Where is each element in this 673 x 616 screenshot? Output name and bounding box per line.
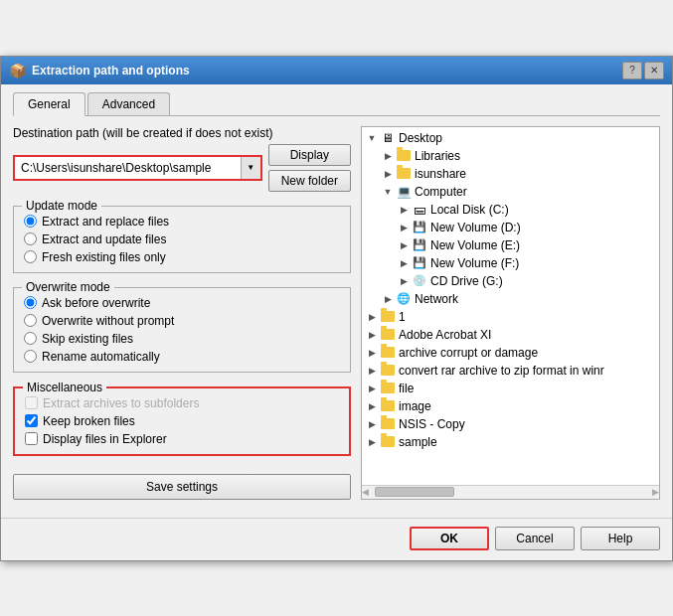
radio-overwrite-no-prompt[interactable]: Overwrite without prompt [24,314,340,328]
computer-icon: 💻 [396,185,412,199]
help-button[interactable]: Help [581,527,660,550]
cancel-button[interactable]: Cancel [495,527,575,550]
dropdown-arrow[interactable]: ▼ [241,157,260,179]
dialog-content: General Advanced Destination path (will … [1,84,672,512]
tree-item[interactable]: ▶ 1 [362,308,659,326]
expander-icon[interactable]: ▶ [364,309,380,325]
radio-skip-existing[interactable]: Skip existing files [24,332,340,346]
radio-skip-existing-input[interactable] [24,332,37,345]
check-keep-broken-input[interactable] [25,414,38,427]
scrollbar-thumb[interactable] [375,487,454,497]
tree-item[interactable]: ▶ 💾 New Volume (F:) [394,254,659,272]
radio-ask-overwrite-input[interactable] [24,296,37,309]
check-extract-subfolders[interactable]: Extract archives to subfolders [25,396,339,410]
radio-extract-update-input[interactable] [24,232,37,245]
tree-label: New Volume (D:) [430,221,521,234]
expander-icon[interactable]: ▶ [364,327,380,343]
drive-f-icon: 💾 [412,256,427,270]
save-settings-button[interactable]: Save settings [13,474,351,500]
update-mode-title: Update mode [22,199,101,213]
tree-item[interactable]: ▶ 💾 New Volume (E:) [394,236,659,254]
title-icon: 📦 [9,63,26,78]
expander-icon[interactable]: ▶ [396,255,412,271]
radio-fresh-existing[interactable]: Fresh existing files only [24,250,340,264]
tree-item[interactable]: ▼ 💻 Computer [378,183,659,201]
radio-fresh-existing-input[interactable] [24,250,37,263]
tree-label: New Volume (F:) [430,256,519,270]
close-title-btn[interactable]: ✕ [644,62,664,79]
btn-group-right: Display New folder [268,144,351,192]
tab-bar: General Advanced [13,92,660,116]
expander-icon[interactable]: ▶ [396,273,412,289]
radio-fresh-existing-label: Fresh existing files only [42,250,166,264]
save-btn-row: Save settings [13,474,351,500]
tree-item[interactable]: ▶ file [362,380,659,397]
network-icon: 🌐 [396,292,412,306]
tree-label: isunshare [415,167,466,181]
tab-advanced[interactable]: Advanced [87,92,170,115]
tree-item[interactable]: ▶ Adobe Acrobat XI [362,326,659,344]
tree-item[interactable]: ▼ 🖥 Desktop [362,129,659,147]
dialog-window: 📦 Extraction path and options ? ✕ Genera… [0,56,673,561]
tree-label: Network [415,292,458,306]
tree-label: sample [399,435,437,449]
expander-icon[interactable]: ▶ [364,363,380,379]
tree-item[interactable]: ▶ 💾 New Volume (D:) [394,219,659,236]
check-display-explorer-input[interactable] [25,432,38,445]
radio-ask-overwrite[interactable]: Ask before overwrite [24,296,340,310]
tree-item[interactable]: ▶ 🖴 Local Disk (C:) [394,201,659,219]
horizontal-scrollbar[interactable]: ◀ ▶ [362,485,659,499]
tree-item[interactable]: ▶ convert rar archive to zip format in w… [362,362,659,380]
check-keep-broken[interactable]: Keep broken files [25,414,339,428]
expander-icon[interactable]: ▶ [396,202,412,218]
drive-e-icon: 💾 [412,238,427,252]
expander-icon[interactable]: ▼ [364,130,380,146]
expander-icon[interactable]: ▶ [380,166,396,182]
display-button[interactable]: Display [268,144,351,166]
radio-extract-replace[interactable]: Extract and replace files [24,215,340,229]
destination-input[interactable] [15,158,241,178]
expander-icon[interactable]: ▼ [380,184,396,200]
help-title-btn[interactable]: ? [622,62,642,79]
expander-icon[interactable]: ▶ [380,148,396,164]
radio-extract-replace-input[interactable] [24,215,37,228]
tree-container[interactable]: ▼ 🖥 Desktop ▶ Libraries ▶ isunsha [362,127,659,485]
expander-icon[interactable]: ▶ [364,416,380,432]
tree-label: archive corrupt or damage [399,346,538,360]
title-bar: 📦 Extraction path and options ? ✕ [1,57,672,84]
new-folder-button[interactable]: New folder [268,170,351,192]
expander-icon[interactable]: ▶ [364,398,380,414]
check-display-explorer[interactable]: Display files in Explorer [25,432,339,446]
title-bar-left: 📦 Extraction path and options [9,63,190,78]
misc-title: Miscellaneous [23,381,106,394]
folder-icon [380,399,396,413]
tree-item[interactable]: ▶ image [362,397,659,415]
expander-icon[interactable]: ▶ [396,220,412,235]
tree-item[interactable]: ▶ sample [362,433,659,451]
tree-item[interactable]: ▶ archive corrupt or damage [362,344,659,362]
title-buttons: ? ✕ [622,62,664,79]
expander-icon[interactable]: ▶ [364,434,380,450]
tree-item[interactable]: ▶ 🌐 Network [378,290,659,308]
tree-label: image [399,399,431,413]
ok-button[interactable]: OK [410,527,489,550]
desktop-icon: 🖥 [380,131,396,145]
tab-general[interactable]: General [13,92,85,116]
tree-item[interactable]: ▶ NSIS - Copy [362,415,659,433]
check-extract-subfolders-input[interactable] [25,396,38,409]
radio-rename-auto[interactable]: Rename automatically [24,350,340,364]
folder-icon [380,328,396,342]
expander-icon[interactable]: ▶ [364,381,380,396]
expander-icon[interactable]: ▶ [396,237,412,253]
tree-item[interactable]: ▶ Libraries [378,147,659,165]
tree-label: convert rar archive to zip format in win… [399,364,604,378]
radio-extract-update[interactable]: Extract and update files [24,232,340,246]
destination-input-wrapper: ▼ [13,155,262,181]
radio-rename-auto-input[interactable] [24,350,37,363]
expander-icon[interactable]: ▶ [380,291,396,307]
destination-label: Destination path (will be created if doe… [13,126,351,140]
tree-item[interactable]: ▶ isunshare [378,165,659,183]
radio-overwrite-no-prompt-input[interactable] [24,314,37,327]
expander-icon[interactable]: ▶ [364,345,380,361]
tree-item[interactable]: ▶ 💿 CD Drive (G:) [394,272,659,290]
